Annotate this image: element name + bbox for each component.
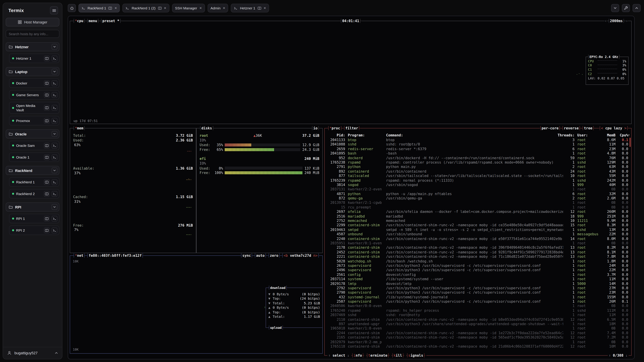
- preset-button[interactable]: ┤preset *├: [100, 19, 122, 23]
- host-item-oracle-sam[interactable]: Oracle Sam: [9, 141, 59, 150]
- host-item-rpi-1[interactable]: RPI 1: [9, 214, 59, 223]
- process-row[interactable]: 15rcu_preempt 1 root0B 0.0: [325, 205, 631, 210]
- process-row[interactable]: 5028watchdog.sh /bin/bash /watchdog.sh1 …: [325, 259, 631, 264]
- header-user[interactable]: User:: [577, 133, 600, 137]
- proc-action-info[interactable]: ┤info├: [351, 353, 364, 358]
- process-row[interactable]: 2299containerd-shim /usr/bin/containerd-…: [325, 223, 631, 228]
- host-item-docker[interactable]: Docker: [9, 78, 59, 88]
- process-row[interactable]: 2037131kworker/2:2-even 1 root0B 0.0: [325, 187, 631, 192]
- process-row[interactable]: 952dockerd /usr/bin/dockerd -H fd:// --c…: [325, 156, 631, 160]
- header-mem[interactable]: MemB: [602, 133, 616, 137]
- refresh-plus[interactable]: ›: [626, 19, 628, 23]
- process-row[interactable]: 1765239rspamd rspamd: normal process (*:…: [325, 178, 631, 183]
- process-row[interactable]: 2019463smtpd smtpd -n 589 -t inet -u -o …: [325, 228, 631, 232]
- scroll-up-button[interactable]: [632, 4, 641, 12]
- process-row[interactable]: 2496supervisord /usr/bin/python3 /usr/bi…: [325, 268, 631, 273]
- process-row[interactable]: 1765118containerd-shim /usr/bin/containe…: [325, 344, 631, 349]
- process-row[interactable]: 897unattended-upgr /usr/bin/python3 /usr…: [325, 322, 631, 326]
- host-terminal-button[interactable]: [52, 143, 57, 148]
- process-row[interactable]: 2040506kworker/0:0-even 1 root0B 0.0: [325, 304, 631, 308]
- process-row[interactable]: 2041088sshd sshd: root@pts/01 root11M 0.…: [325, 142, 631, 147]
- process-row[interactable]: 3814sogod /usr/sbin/sogod1 99940M 0.0: [325, 183, 631, 187]
- process-row[interactable]: 432systemd-journal /lib/systemd/systemd-…: [325, 295, 631, 299]
- host-terminal-button[interactable]: [52, 118, 57, 123]
- sidebar-menu-button[interactable]: [50, 6, 58, 14]
- folder-header-laptop[interactable]: Laptop: [6, 67, 59, 76]
- net-sync-button[interactable]: ┤sync├: [240, 253, 253, 258]
- host-item-game-servers[interactable]: Game Servers: [9, 90, 59, 99]
- host-item-hetzner-1[interactable]: Hetzner 1: [9, 54, 59, 63]
- proc-option-tree[interactable]: ┤tree├: [582, 126, 594, 130]
- process-row[interactable]: 2452containerd-shim /usr/bin/containerd-…: [325, 250, 631, 255]
- host-split-button[interactable]: [44, 154, 50, 160]
- host-item-proxmox[interactable]: Proxmox: [9, 116, 59, 125]
- menu-button[interactable]: ┤menu├: [86, 19, 99, 23]
- host-split-button[interactable]: [44, 92, 50, 98]
- process-row[interactable]: 1765238rspamd rspamd: controller process…: [325, 160, 631, 165]
- process-row[interactable]: 2029178lmtp dovecot/lmtp1 500014M 0.0: [325, 281, 631, 286]
- user-menu[interactable]: bugattiguy527: [3, 347, 62, 356]
- folder-header-racknerd[interactable]: RackNerd: [6, 166, 59, 175]
- host-terminal-button[interactable]: [52, 191, 57, 197]
- scroll-down-button[interactable]: [611, 4, 619, 12]
- process-row[interactable]: 2178containerd-shim /usr/bin/containerd-…: [325, 246, 631, 250]
- proc-option-reverse[interactable]: ┤reverse├: [562, 126, 581, 130]
- folder-header-hetzner[interactable]: Hetzner: [6, 42, 59, 51]
- tab-close-button[interactable]: ×: [114, 6, 117, 10]
- host-item-rpi-2[interactable]: RPI 2: [9, 226, 59, 235]
- host-split-button[interactable]: [44, 191, 50, 197]
- process-row[interactable]: 1965018kworker/1:0-even 1 root0B 0.0: [325, 326, 631, 331]
- process-row[interactable]: 2240containerd-shim /usr/bin/containerd-…: [325, 237, 631, 241]
- host-terminal-button[interactable]: [52, 55, 57, 61]
- process-row[interactable]: 2516mariadbd mariadbd18 999251M 0.0: [325, 214, 631, 219]
- header-cpu[interactable]: Cpu%: [618, 133, 628, 137]
- host-split-button[interactable]: [44, 55, 50, 61]
- tab-hetzner-1[interactable]: Hetzner 1 ×: [231, 4, 269, 12]
- process-row[interactable]: 2697ofelia /usr/bin/ofelia daemon --dock…: [325, 210, 631, 214]
- process-row[interactable]: 2165containerd-shim /usr/bin/containerd-…: [325, 335, 631, 340]
- host-split-button[interactable]: [44, 118, 50, 123]
- process-row[interactable]: 2037469sshd sshd: root@notty1 root11M 0.…: [325, 313, 631, 317]
- process-row[interactable]: 2790supervisord /usr/bin/python3 /usr/bi…: [325, 291, 631, 295]
- host-item-oracle-1[interactable]: Oracle 1: [9, 152, 59, 162]
- process-row[interactable]: 877tailscaled /usr/sbin/tailscaled --sta…: [325, 174, 631, 178]
- host-item-open-media-vault[interactable]: Open Media Vault: [9, 102, 59, 114]
- tab-split-button[interactable]: [108, 6, 112, 10]
- host-split-button[interactable]: [44, 179, 50, 185]
- tab-split-button[interactable]: [258, 6, 261, 10]
- host-terminal-button[interactable]: [52, 227, 57, 233]
- process-row[interactable]: 2013978kworker/2:1-cgwb 1 root0B 0.0: [325, 201, 631, 205]
- header-command[interactable]: Command:: [386, 133, 553, 137]
- process-row[interactable]: 2035951kworker/0:1-even 1 root0B 0.0: [325, 241, 631, 246]
- proc-action-kill[interactable]: ┤kill├: [392, 353, 404, 358]
- tab-close-button[interactable]: ×: [200, 6, 202, 10]
- folder-collapse-button[interactable]: [52, 69, 57, 74]
- tab-close-button[interactable]: ×: [264, 6, 266, 10]
- folder-header-rpi[interactable]: RPI: [6, 202, 59, 212]
- process-row[interactable]: 2792supervisord /usr/bin/python3 /usr/bi…: [325, 286, 631, 291]
- tab-close-button[interactable]: ×: [223, 6, 225, 10]
- filter-button[interactable]: ┤filter├: [343, 126, 360, 130]
- host-terminal-button[interactable]: [52, 154, 57, 160]
- folder-collapse-button[interactable]: [52, 168, 57, 173]
- header-program[interactable]: Program:: [348, 133, 384, 137]
- process-row[interactable]: 2791python python main.py2 root63M 0.0: [325, 165, 631, 169]
- header-pid[interactable]: Pid:: [328, 133, 345, 137]
- net-zero-button[interactable]: ┤zero├: [268, 253, 280, 258]
- host-split-button[interactable]: [44, 143, 50, 148]
- process-row[interactable]: 892containerd /usr/bin/containerd24 root…: [325, 169, 631, 174]
- host-manager-button[interactable]: Host Manager: [6, 18, 59, 26]
- process-row[interactable]: 2507supervisord /usr/bin/python3 /usr/bi…: [325, 299, 631, 304]
- process-row[interactable]: 2037114systemd /lib/systemd/systemd --us…: [325, 277, 631, 281]
- search-input[interactable]: [6, 30, 59, 38]
- tools-button[interactable]: [622, 4, 630, 12]
- host-terminal-button[interactable]: [52, 216, 57, 221]
- folder-collapse-button[interactable]: [52, 131, 57, 137]
- process-row[interactable]: 4871python python -u /app/main.py nftabl…: [325, 192, 631, 196]
- host-terminal-button[interactable]: [52, 105, 57, 111]
- process-row[interactable]: 2673supervisord /usr/bin/python3 /usr/bi…: [325, 264, 631, 268]
- proc-sort-selector[interactable]: ┤< cpu lazy >├: [599, 126, 628, 130]
- host-split-button[interactable]: [44, 216, 50, 221]
- process-row[interactable]: 2221containerd-shim /usr/bin/containerd-…: [325, 254, 631, 259]
- net-auto-button[interactable]: ┤auto├: [254, 253, 267, 258]
